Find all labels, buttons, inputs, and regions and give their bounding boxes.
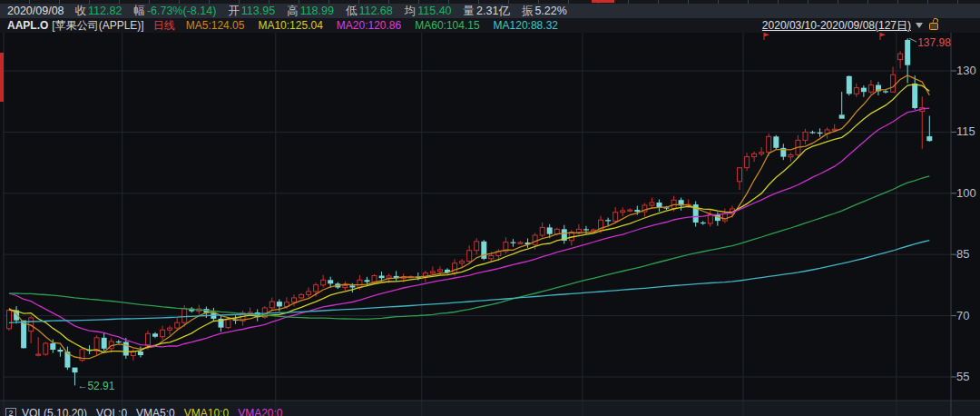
volume-pane-header: 2 VOL(5,10,20)VOL:0VMA5:0VMA10:0VMA20:0 <box>0 401 980 416</box>
quote-field: 量2.31亿 <box>464 4 510 19</box>
y-axis-label: 115 <box>956 124 980 139</box>
high-price-label: 137.98 <box>917 36 951 49</box>
candlestick-chart[interactable]: 137.98←52.91 <box>0 33 980 416</box>
y-axis-label: 85 <box>956 247 980 262</box>
chart-pane[interactable]: 137.98←52.91 130115100857055 2 VOL(5,10,… <box>0 33 980 416</box>
volume-indicator-label: VMA5:0 <box>136 407 175 416</box>
lock-open-icon[interactable] <box>929 23 938 30</box>
y-axis-label: 100 <box>956 186 980 201</box>
volume-indicator-label: VOL(5,10,20) <box>22 407 87 416</box>
quote-field: 收112.82 <box>75 4 122 19</box>
quote-field: 振5.22% <box>522 4 567 19</box>
date-range-label[interactable]: 2020/03/10-2020/09/08(127日) <box>762 18 911 34</box>
y-axis-label: 130 <box>956 64 980 78</box>
volume-indicator-label: VMA20:0 <box>238 407 282 416</box>
low-price-label: 52.91 <box>87 380 114 392</box>
volume-indicator-label: VOL:0 <box>96 407 127 416</box>
low-arrow-icon: ← <box>77 380 87 391</box>
quote-field: 开113.95 <box>228 4 275 19</box>
company-name: [苹果公司(APPLE)] <box>52 18 143 34</box>
y-axis-label: 55 <box>956 370 980 384</box>
quote-bar: 2020/09/08 收112.82幅-6.73%(-8.14)开113.95高… <box>0 4 980 18</box>
ma-legend-item: MA5:124.05 <box>186 19 245 32</box>
top-red-marker <box>592 0 614 3</box>
quote-field: 低112.68 <box>346 4 393 19</box>
volume-indicator-label: VMA10:0 <box>184 407 229 416</box>
quote-fields: 收112.82幅-6.73%(-8.14)开113.95高118.99低112.… <box>75 4 579 19</box>
ma-legend-item: MA120:88.32 <box>494 19 558 32</box>
ma-legend: MA5:124.05MA10:125.04MA20:120.86MA60:104… <box>186 19 572 32</box>
period-tab-daily[interactable]: 日线 <box>153 18 175 34</box>
quote-field: 高118.99 <box>287 4 334 19</box>
quote-date: 2020/09/08 <box>7 5 64 17</box>
chevron-down-icon[interactable] <box>916 23 923 28</box>
quote-field: 幅-6.73%(-8.14) <box>133 4 216 19</box>
symbol-label: AAPL.O <box>7 19 48 32</box>
date-range-control[interactable]: 2020/03/10-2020/09/08(127日) <box>762 18 938 33</box>
y-axis-label: 70 <box>956 309 980 323</box>
ma-legend-item: MA10:125.04 <box>258 19 322 32</box>
volume-indicator-labels: VOL(5,10,20)VOL:0VMA5:0VMA10:0VMA20:0 <box>22 407 291 416</box>
ma-legend-item: MA60:104.15 <box>415 19 479 32</box>
ma-legend-item: MA20:120.86 <box>337 19 401 32</box>
pane-count-badge[interactable]: 2 <box>5 408 16 416</box>
quote-field: 均115.40 <box>405 4 452 19</box>
